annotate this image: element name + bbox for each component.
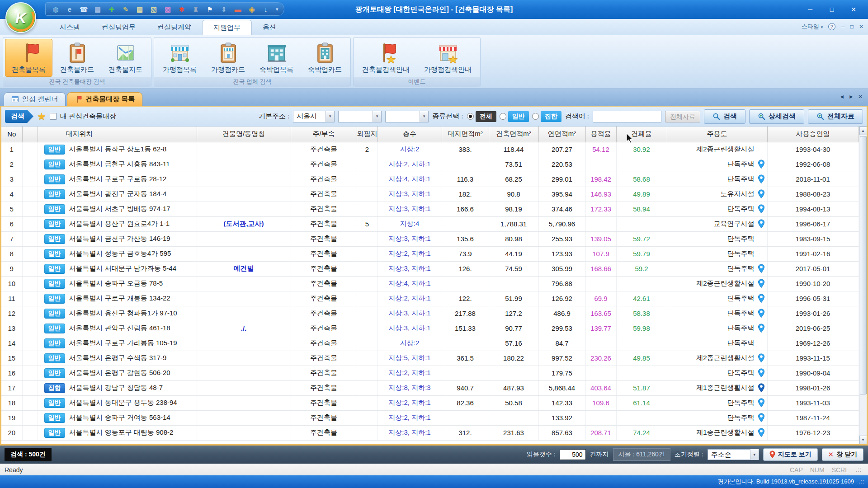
table-row[interactable]: 16일반서울특별시 은평구 갈현동 506-20주건축물지상:2, 지하:117…: [1, 366, 859, 380]
ribbon-button-building-search-guide[interactable]: 건축물검색안내: [355, 39, 416, 77]
favorite-star-icon[interactable]: ★: [37, 112, 46, 122]
help-icon[interactable]: ?: [828, 23, 835, 30]
map-pin-icon[interactable]: [758, 368, 765, 378]
column-header-far[interactable]: 용적율: [585, 127, 616, 142]
child-close-button[interactable]: ✕: [859, 23, 863, 30]
table-row[interactable]: 2일반서울특별시 금천구 시흥동 843-11주건축물지상:2, 지하:173.…: [1, 157, 859, 172]
menu-tab-system[interactable]: 시스템: [49, 20, 91, 35]
vertical-scrollbar[interactable]: ▲ ▼: [859, 127, 867, 444]
table-row[interactable]: 6일반서울특별시 용산구 원효로4가 1-1(도서관,교사)주건축물5지상:41…: [1, 216, 859, 231]
dropdown-arrow-icon[interactable]: ▼: [750, 449, 759, 460]
ribbon-button-lodging-card[interactable]: 숙박업카드: [301, 39, 349, 77]
neighborhood-select[interactable]: ▼: [385, 111, 429, 122]
all-data-button[interactable]: 전체자료: [808, 109, 863, 124]
child-restore-button[interactable]: □: [850, 23, 854, 30]
search-button[interactable]: 검색: [704, 109, 745, 124]
menu-tab-consulting-contract[interactable]: 컨설팅계약: [146, 20, 202, 35]
ribbon-button-building-map[interactable]: 건축물지도: [102, 39, 149, 77]
table-row[interactable]: 12일반서울특별시 용산구 청파동1가 97-10주건축물지상:3, 지하:12…: [1, 306, 859, 321]
detail-search-button[interactable]: 상세검색: [749, 109, 804, 124]
close-window-button[interactable]: ✕ 창 닫기: [822, 448, 863, 461]
map-pin-icon[interactable]: [758, 219, 765, 229]
table-row[interactable]: 1일반서울특별시 동작구 상도1동 62-8주건축물2지상:2383.118.4…: [1, 142, 859, 157]
ribbon-button-building-list[interactable]: 건축물목록: [5, 39, 52, 77]
district-select[interactable]: ▼: [338, 111, 382, 122]
all-data-inline-button[interactable]: 전체자료: [665, 111, 700, 122]
table-row[interactable]: 17집합서울특별시 강남구 청담동 48-7주건축물지상:8, 지하:3940.…: [1, 380, 859, 395]
style-dropdown[interactable]: 스타일 ▾: [802, 23, 823, 31]
map-pin-icon[interactable]: [758, 353, 765, 363]
menu-tab-support-work[interactable]: 지원업무: [202, 20, 252, 35]
column-header-date[interactable]: 사용승인일: [767, 127, 859, 142]
column-header-sel[interactable]: [22, 127, 38, 142]
favorites-checkbox[interactable]: [50, 113, 57, 120]
column-header-tarea[interactable]: 연면적m²: [538, 127, 585, 142]
map-pin-icon[interactable]: [758, 279, 765, 288]
column-header-no[interactable]: No: [1, 127, 22, 142]
column-header-lots[interactable]: 외필지: [357, 127, 377, 142]
map-pin-icon[interactable]: [758, 264, 765, 273]
prev-tab-button[interactable]: ◄: [839, 94, 844, 100]
table-row[interactable]: 3일반서울특별시 구로구 구로동 28-12주건축물지상:4, 지하:1116.…: [1, 172, 859, 187]
resize-grip[interactable]: .::: [859, 479, 864, 485]
table-row[interactable]: 20일반서울특별시 영등포구 대림동 908-2주건축물지상:3, 지하:131…: [1, 425, 859, 440]
map-pin-icon[interactable]: [758, 413, 765, 422]
column-header-land[interactable]: 대지면적m²: [442, 127, 489, 142]
table-row[interactable]: 8일반서울특별시 성동구 금호동4가 595주건축물지상:2, 지하:173.9…: [1, 246, 859, 261]
ribbon-button-building-card[interactable]: 건축물카드: [53, 39, 101, 77]
map-pin-icon[interactable]: [758, 204, 765, 214]
column-header-name[interactable]: 건물명/동명칭: [197, 127, 291, 142]
table-row[interactable]: 9일반서울특별시 서대문구 남가좌동 5-44예건빌주건축물지상:3, 지하:1…: [1, 261, 859, 276]
map-pin-icon[interactable]: [758, 383, 765, 393]
table-row[interactable]: 10일반서울특별시 송파구 오금동 78-5주건축물지상:4, 지하:1796.…: [1, 276, 859, 291]
map-pin-icon[interactable]: [758, 398, 765, 408]
map-pin-icon[interactable]: [758, 174, 765, 184]
menu-tab-consulting-work[interactable]: 컨설팅업무: [91, 20, 146, 35]
radio-icon[interactable]: [500, 113, 506, 120]
column-header-loc[interactable]: 대지위치: [38, 127, 197, 142]
ribbon-button-merchant-list[interactable]: 가맹점목록: [156, 39, 203, 77]
scrollbar-thumb[interactable]: [860, 136, 867, 394]
radio-icon[interactable]: [467, 113, 474, 120]
next-tab-button[interactable]: ►: [849, 94, 854, 100]
table-row[interactable]: 11일반서울특별시 구로구 개봉동 134-22주건축물지상:2, 지하:112…: [1, 291, 859, 306]
scroll-up-button[interactable]: ▲: [859, 127, 867, 135]
table-row[interactable]: 18일반서울특별시 동대문구 용두동 238-94주건축물지상:2, 지하:18…: [1, 395, 859, 410]
keyword-input[interactable]: [593, 111, 661, 122]
scrollbar-track[interactable]: [859, 135, 867, 436]
maximize-button[interactable]: □: [822, 4, 842, 15]
ribbon-button-lodging-list[interactable]: 숙박업목록: [253, 39, 300, 77]
table-row[interactable]: 13일반서울특별시 관악구 신림동 461-18./.주건축물지상:3, 지하:…: [1, 321, 859, 336]
read-count-input[interactable]: 500: [560, 449, 586, 460]
table-row[interactable]: 19일반서울특별시 송파구 거여동 563-14주건축물지상:2, 지하:113…: [1, 410, 859, 425]
city-select[interactable]: 서울시 ▼: [293, 111, 335, 122]
column-header-bcr[interactable]: 건폐율: [616, 127, 667, 142]
ribbon-button-merchant-search-guide[interactable]: 가맹점검색안내: [417, 39, 478, 77]
table-row[interactable]: 4일반서울특별시 광진구 군자동 184-4주건축물지상:3, 지하:1182.…: [1, 187, 859, 202]
map-view-button[interactable]: 지도로 보기: [763, 448, 818, 461]
doc-tab-schedule-calendar[interactable]: 일정 캘린더: [4, 92, 66, 106]
menu-tab-options[interactable]: 옵션: [252, 20, 287, 35]
table-row[interactable]: 14일반서울특별시 구로구 가리봉동 105-19주건축물지상:257.1684…: [1, 336, 859, 351]
map-pin-icon[interactable]: [758, 160, 765, 169]
table-row[interactable]: 15일반서울특별시 은평구 수색동 317-9주건축물지상:5, 지하:1361…: [1, 351, 859, 366]
map-pin-icon[interactable]: [758, 428, 765, 437]
minimize-button[interactable]: ─: [800, 4, 820, 15]
table-row[interactable]: 5일반서울특별시 서초구 방배동 974-17주건축물지상:3, 지하:1166…: [1, 202, 859, 216]
map-pin-icon[interactable]: [758, 324, 765, 333]
map-pin-icon[interactable]: [758, 294, 765, 303]
type-option-전체[interactable]: 전체: [467, 111, 496, 122]
child-minimize-button[interactable]: ─: [841, 23, 845, 30]
sort-select[interactable]: 주소순 ▼: [708, 449, 759, 460]
table-row[interactable]: 7일반서울특별시 금천구 가산동 146-19주건축물지상:3, 지하:1135…: [1, 231, 859, 246]
column-header-barea[interactable]: 건축면적m²: [489, 127, 538, 142]
app-logo[interactable]: K: [5, 2, 36, 33]
dropdown-arrow-icon[interactable]: ▼: [420, 111, 428, 122]
search-flag-button[interactable]: 검색: [5, 110, 33, 123]
ribbon-button-merchant-card[interactable]: 가맹점카드: [204, 39, 252, 77]
column-header-floors[interactable]: 층수: [377, 127, 442, 142]
dropdown-arrow-icon[interactable]: ▼: [373, 111, 381, 122]
dropdown-arrow-icon[interactable]: ▼: [326, 111, 334, 122]
doc-tab-building-register-list[interactable]: 건축물대장 목록: [67, 92, 142, 106]
map-pin-icon[interactable]: [758, 309, 765, 318]
